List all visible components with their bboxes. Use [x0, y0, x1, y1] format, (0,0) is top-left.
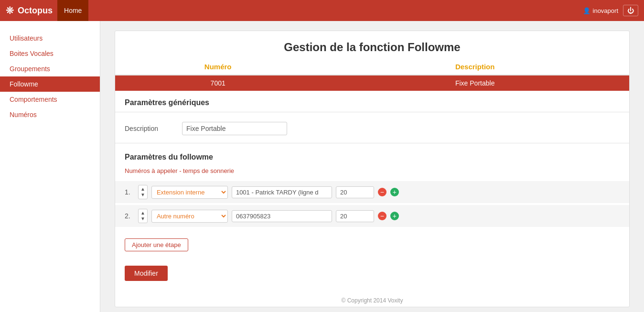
selected-numero: 7001: [115, 75, 321, 91]
content-wrapper: Utilisateurs Boites Vocales Groupements …: [0, 21, 644, 312]
add-step-button[interactable]: Ajouter une étape: [125, 238, 188, 251]
step-add-button-2[interactable]: [390, 212, 399, 220]
sidebar-item-followme[interactable]: Followme: [0, 76, 100, 92]
section2-title: Paramètres du followme: [115, 148, 629, 165]
step-arrows-1[interactable]: ▲▼: [138, 185, 148, 199]
selected-description: Fixe Portable: [321, 75, 629, 91]
navbar: ❊ Octopus Home 👤 inovaport ⏻: [0, 0, 644, 21]
home-nav-item[interactable]: Home: [57, 0, 88, 21]
sidebar-item-comportements[interactable]: Comportements: [0, 92, 100, 107]
step-number-1: 1.: [125, 188, 134, 196]
app-name: Octopus: [18, 6, 53, 16]
footer-copyright: © Copyright 2014 Voxity: [115, 290, 629, 307]
sidebar-item-groupements[interactable]: Groupements: [0, 61, 100, 76]
step-remove-button-2[interactable]: [378, 212, 386, 220]
description-form-group: Description: [115, 119, 629, 143]
brand: ❊ Octopus: [6, 5, 53, 16]
step-value-input-2[interactable]: [232, 210, 332, 222]
sidebar-item-utilisateurs[interactable]: Utilisateurs: [0, 31, 100, 46]
actions-row: Ajouter une étape: [115, 229, 629, 266]
step-add-button-1[interactable]: [390, 188, 399, 196]
sidebar: Utilisateurs Boites Vocales Groupements …: [0, 21, 100, 312]
sidebar-item-numeros[interactable]: Numéros: [0, 107, 100, 122]
step-duration-input-1[interactable]: [336, 186, 374, 198]
sublabel: Numéros à appeler - temps de sonnerie: [115, 165, 629, 179]
sidebar-item-boites-vocales[interactable]: Boites Vocales: [0, 46, 100, 61]
power-button[interactable]: ⏻: [623, 5, 638, 16]
step-value-input-1[interactable]: [232, 186, 332, 198]
user-info: 👤 inovaport: [583, 7, 618, 14]
description-label: Description: [125, 125, 182, 132]
step-row-2: 2. ▲▼ Extension interne Autre numéro: [115, 205, 629, 227]
username-label: inovaport: [593, 7, 618, 14]
modifier-button[interactable]: Modifier: [125, 266, 168, 281]
step-type-select-1[interactable]: Extension interne Autre numéro: [151, 186, 228, 199]
selected-table-row[interactable]: 7001 Fixe Portable: [115, 75, 629, 91]
step-remove-button-1[interactable]: [378, 188, 386, 196]
section1-title: Paramètres génériques: [115, 91, 629, 112]
main-content: Gestion de la fonction Followme Numéro D…: [100, 21, 644, 312]
page-title: Gestion de la fonction Followme: [115, 31, 629, 59]
user-icon: 👤: [583, 7, 590, 14]
description-input[interactable]: [182, 122, 287, 135]
navbar-right: 👤 inovaport ⏻: [583, 5, 638, 16]
step-row-1: 1. ▲▼ Extension interne Autre numéro: [115, 181, 629, 203]
col-header-numero: Numéro: [115, 59, 321, 75]
col-header-description: Description: [321, 59, 629, 75]
modifier-row: Modifier: [115, 266, 629, 290]
step-type-select-2[interactable]: Extension interne Autre numéro: [151, 210, 228, 223]
section2: Paramètres du followme Numéros à appeler…: [115, 143, 629, 290]
step-number-2: 2.: [125, 212, 134, 220]
logo-icon: ❊: [6, 5, 14, 16]
step-duration-input-2[interactable]: [336, 210, 374, 222]
main-panel: Gestion de la fonction Followme Numéro D…: [115, 31, 630, 307]
table-header-row: Numéro Description: [115, 59, 629, 75]
step-arrows-2[interactable]: ▲▼: [138, 209, 148, 223]
